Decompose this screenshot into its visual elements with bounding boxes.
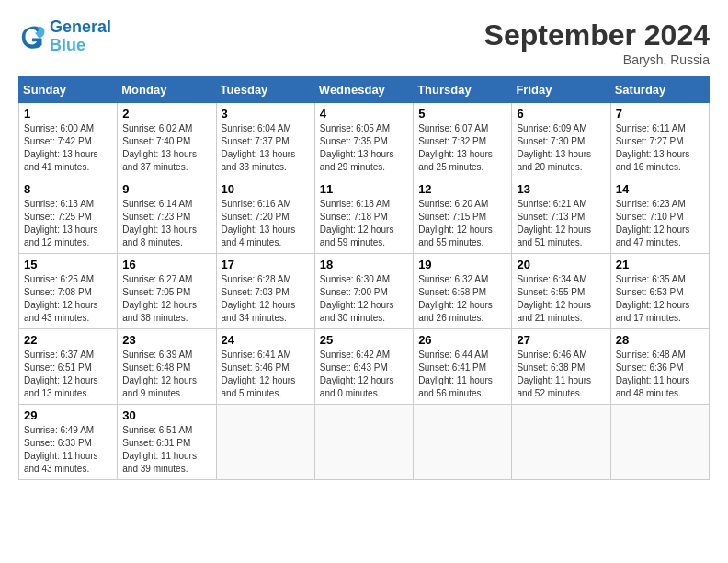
calendar-cell: 23Sunrise: 6:39 AMSunset: 6:48 PMDayligh…: [118, 329, 216, 405]
day-number: 11: [320, 182, 408, 196]
weekday-header-tuesday: Tuesday: [216, 77, 314, 103]
calendar-cell: 28Sunrise: 6:48 AMSunset: 6:36 PMDayligh…: [610, 329, 709, 405]
calendar-cell: 6Sunrise: 6:09 AMSunset: 7:30 PMDaylight…: [512, 103, 610, 178]
day-number: 18: [320, 258, 408, 271]
day-info: Sunrise: 6:44 AMSunset: 6:41 PMDaylight:…: [418, 349, 506, 400]
calendar-cell: 27Sunrise: 6:46 AMSunset: 6:38 PMDayligh…: [512, 329, 610, 405]
day-info: Sunrise: 6:30 AMSunset: 7:00 PMDaylight:…: [320, 273, 408, 325]
day-number: 2: [122, 107, 210, 121]
calendar-cell: 14Sunrise: 6:23 AMSunset: 7:10 PMDayligh…: [610, 178, 709, 254]
weekday-header-monday: Monday: [118, 77, 216, 103]
day-info: Sunrise: 6:20 AMSunset: 7:15 PMDaylight:…: [418, 198, 506, 249]
calendar-cell: 16Sunrise: 6:27 AMSunset: 7:05 PMDayligh…: [118, 254, 216, 329]
week-row-3: 15Sunrise: 6:25 AMSunset: 7:08 PMDayligh…: [19, 254, 710, 329]
day-number: 10: [222, 182, 310, 196]
calendar-cell: 24Sunrise: 6:41 AMSunset: 6:46 PMDayligh…: [216, 329, 314, 405]
day-info: Sunrise: 6:41 AMSunset: 6:46 PMDaylight:…: [222, 349, 310, 400]
calendar-cell: 29Sunrise: 6:49 AMSunset: 6:33 PMDayligh…: [19, 405, 118, 480]
day-number: 8: [24, 182, 112, 196]
day-info: Sunrise: 6:51 AMSunset: 6:31 PMDaylight:…: [122, 424, 210, 476]
calendar-cell: 13Sunrise: 6:21 AMSunset: 7:13 PMDayligh…: [512, 178, 610, 254]
day-info: Sunrise: 6:42 AMSunset: 6:43 PMDaylight:…: [320, 349, 408, 400]
title-block: September 2024 Barysh, Russia: [484, 18, 710, 67]
calendar-cell: 21Sunrise: 6:35 AMSunset: 6:53 PMDayligh…: [610, 254, 709, 329]
day-info: Sunrise: 6:21 AMSunset: 7:13 PMDaylight:…: [517, 198, 605, 249]
day-number: 19: [418, 258, 506, 271]
day-info: Sunrise: 6:28 AMSunset: 7:03 PMDaylight:…: [222, 273, 310, 325]
day-info: Sunrise: 6:09 AMSunset: 7:30 PMDaylight:…: [517, 122, 605, 174]
day-info: Sunrise: 6:37 AMSunset: 6:51 PMDaylight:…: [24, 349, 112, 400]
day-info: Sunrise: 6:48 AMSunset: 6:36 PMDaylight:…: [616, 349, 704, 400]
day-info: Sunrise: 6:04 AMSunset: 7:37 PMDaylight:…: [222, 122, 310, 174]
day-number: 4: [320, 107, 408, 121]
weekday-header-sunday: Sunday: [19, 77, 118, 103]
calendar-cell: 26Sunrise: 6:44 AMSunset: 6:41 PMDayligh…: [414, 329, 512, 405]
day-number: 22: [24, 333, 112, 347]
calendar-cell: [610, 405, 709, 480]
day-info: Sunrise: 6:11 AMSunset: 7:27 PMDaylight:…: [616, 122, 704, 174]
calendar-cell: 22Sunrise: 6:37 AMSunset: 6:51 PMDayligh…: [19, 329, 118, 405]
calendar-cell: [216, 405, 314, 480]
week-row-4: 22Sunrise: 6:37 AMSunset: 6:51 PMDayligh…: [19, 329, 710, 405]
week-row-2: 8Sunrise: 6:13 AMSunset: 7:25 PMDaylight…: [19, 178, 710, 254]
location: Barysh, Russia: [484, 52, 710, 67]
day-info: Sunrise: 6:13 AMSunset: 7:25 PMDaylight:…: [24, 198, 112, 249]
day-number: 16: [122, 258, 210, 271]
page-header: General Blue September 2024 Barysh, Russ…: [18, 18, 710, 67]
day-number: 30: [122, 408, 210, 422]
day-number: 26: [418, 333, 506, 347]
calendar-cell: 7Sunrise: 6:11 AMSunset: 7:27 PMDaylight…: [610, 103, 709, 178]
day-number: 20: [517, 258, 605, 271]
day-info: Sunrise: 6:34 AMSunset: 6:55 PMDaylight:…: [517, 273, 605, 325]
day-number: 12: [418, 182, 506, 196]
day-number: 1: [24, 107, 112, 121]
calendar-cell: 9Sunrise: 6:14 AMSunset: 7:23 PMDaylight…: [118, 178, 216, 254]
day-info: Sunrise: 6:49 AMSunset: 6:33 PMDaylight:…: [24, 424, 112, 476]
day-number: 15: [24, 258, 112, 271]
day-number: 6: [517, 107, 605, 121]
calendar-cell: 20Sunrise: 6:34 AMSunset: 6:55 PMDayligh…: [512, 254, 610, 329]
day-info: Sunrise: 6:35 AMSunset: 6:53 PMDaylight:…: [616, 273, 704, 325]
calendar-cell: 25Sunrise: 6:42 AMSunset: 6:43 PMDayligh…: [314, 329, 413, 405]
calendar-cell: [512, 405, 610, 480]
day-info: Sunrise: 6:23 AMSunset: 7:10 PMDaylight:…: [616, 198, 704, 249]
day-info: Sunrise: 6:02 AMSunset: 7:40 PMDaylight:…: [122, 122, 210, 174]
day-info: Sunrise: 6:25 AMSunset: 7:08 PMDaylight:…: [24, 273, 112, 325]
calendar-cell: 30Sunrise: 6:51 AMSunset: 6:31 PMDayligh…: [118, 405, 216, 480]
day-info: Sunrise: 6:18 AMSunset: 7:18 PMDaylight:…: [320, 198, 408, 249]
weekday-header-thursday: Thursday: [414, 77, 512, 103]
calendar-cell: 11Sunrise: 6:18 AMSunset: 7:18 PMDayligh…: [314, 178, 413, 254]
day-number: 28: [616, 333, 704, 347]
logo-text: General Blue: [50, 18, 111, 55]
day-number: 23: [122, 333, 210, 347]
calendar-cell: [414, 405, 512, 480]
weekday-header-wednesday: Wednesday: [314, 77, 413, 103]
calendar-cell: 18Sunrise: 6:30 AMSunset: 7:00 PMDayligh…: [314, 254, 413, 329]
day-number: 13: [517, 182, 605, 196]
calendar-cell: 10Sunrise: 6:16 AMSunset: 7:20 PMDayligh…: [216, 178, 314, 254]
weekday-header-friday: Friday: [512, 77, 610, 103]
day-number: 21: [616, 258, 704, 271]
calendar-cell: 15Sunrise: 6:25 AMSunset: 7:08 PMDayligh…: [19, 254, 118, 329]
day-info: Sunrise: 6:05 AMSunset: 7:35 PMDaylight:…: [320, 122, 408, 174]
day-info: Sunrise: 6:39 AMSunset: 6:48 PMDaylight:…: [122, 349, 210, 400]
week-row-1: 1Sunrise: 6:00 AMSunset: 7:42 PMDaylight…: [19, 103, 710, 178]
calendar-cell: 12Sunrise: 6:20 AMSunset: 7:15 PMDayligh…: [414, 178, 512, 254]
day-number: 17: [222, 258, 310, 271]
calendar-cell: 17Sunrise: 6:28 AMSunset: 7:03 PMDayligh…: [216, 254, 314, 329]
weekday-header-row: SundayMondayTuesdayWednesdayThursdayFrid…: [19, 77, 710, 103]
calendar-cell: 1Sunrise: 6:00 AMSunset: 7:42 PMDaylight…: [19, 103, 118, 178]
day-info: Sunrise: 6:32 AMSunset: 6:58 PMDaylight:…: [418, 273, 506, 325]
calendar-cell: 2Sunrise: 6:02 AMSunset: 7:40 PMDaylight…: [118, 103, 216, 178]
day-number: 27: [517, 333, 605, 347]
day-number: 29: [24, 408, 112, 422]
day-number: 7: [616, 107, 704, 121]
day-info: Sunrise: 6:27 AMSunset: 7:05 PMDaylight:…: [122, 273, 210, 325]
calendar-table: SundayMondayTuesdayWednesdayThursdayFrid…: [18, 76, 710, 480]
calendar-cell: 5Sunrise: 6:07 AMSunset: 7:32 PMDaylight…: [414, 103, 512, 178]
day-number: 25: [320, 333, 408, 347]
day-number: 14: [616, 182, 704, 196]
day-info: Sunrise: 6:14 AMSunset: 7:23 PMDaylight:…: [122, 198, 210, 249]
day-number: 24: [222, 333, 310, 347]
calendar-cell: [314, 405, 413, 480]
